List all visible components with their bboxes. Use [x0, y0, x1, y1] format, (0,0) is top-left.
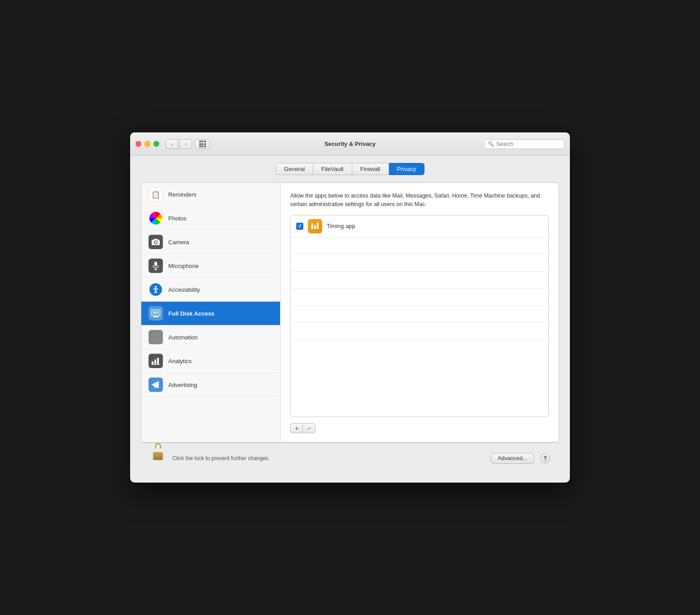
svg-rect-24 [152, 361, 153, 365]
svg-rect-3 [154, 239, 158, 240]
reminders-icon: 📋 [149, 187, 163, 202]
advanced-button[interactable]: Advanced... [491, 453, 534, 464]
search-icon: 🔍 [488, 141, 494, 147]
tab-firewall[interactable]: Firewall [352, 163, 389, 175]
search-input[interactable] [496, 141, 560, 147]
photos-color-wheel [149, 212, 162, 224]
empty-row [291, 272, 548, 289]
sidebar-item-label: Full Disk Access [168, 310, 214, 317]
svg-rect-14 [153, 316, 158, 317]
empty-row [291, 306, 548, 323]
lock-status-text: Click the lock to prevent further change… [172, 455, 485, 461]
svg-point-2 [155, 242, 157, 244]
app-name-timing: Timing.app [327, 223, 355, 229]
forward-button[interactable]: › [179, 139, 192, 149]
sidebar-item-reminders[interactable]: 📋 Reminders [141, 183, 280, 206]
sidebar-item-label: Accessibility [168, 286, 200, 293]
sidebar-item-microphone[interactable]: Microphone [141, 254, 280, 278]
tab-privacy[interactable]: Privacy [389, 163, 425, 175]
app-grid-button[interactable] [195, 139, 210, 149]
close-button[interactable] [136, 141, 141, 147]
back-button[interactable]: ‹ [166, 139, 178, 149]
list-item: ✓ Timing.app [291, 215, 548, 237]
minimize-button[interactable] [144, 141, 150, 147]
bottom-bar: Click the lock to prevent further change… [141, 443, 559, 474]
tabs: General FileVault Firewall Privacy [141, 163, 559, 175]
remove-app-button[interactable]: − [303, 423, 315, 433]
sidebar-item-automation[interactable]: Automation [141, 325, 280, 349]
svg-line-21 [158, 339, 159, 341]
sidebar-item-analytics[interactable]: Analytics [141, 349, 280, 373]
sidebar-item-label: Analytics [168, 358, 192, 365]
app-checkbox-timing[interactable]: ✓ [296, 223, 303, 230]
sidebar-item-label: Photos [168, 215, 186, 222]
window-title: Security & Privacy [324, 141, 376, 147]
empty-row [291, 323, 548, 340]
search-box[interactable]: 🔍 [484, 139, 564, 149]
content-area: General FileVault Firewall Privacy 📋 Rem… [130, 156, 570, 483]
advertising-icon [149, 378, 163, 392]
timing-app-icon [308, 219, 322, 233]
empty-row [291, 255, 548, 272]
nav-buttons: ‹ › [166, 139, 192, 149]
empty-row [291, 237, 548, 255]
sidebar: 📋 Reminders Photos [141, 183, 280, 442]
photos-icon [149, 211, 163, 225]
sidebar-item-advertising[interactable]: Advertising [141, 373, 280, 397]
empty-row [291, 289, 548, 306]
add-app-button[interactable]: + [290, 423, 303, 433]
fulldisk-icon [149, 306, 163, 321]
titlebar: ‹ › Security & Privacy 🔍 [130, 132, 570, 156]
traffic-lights [136, 141, 159, 147]
svg-point-15 [154, 336, 157, 338]
svg-point-7 [155, 286, 157, 288]
checkmark-icon: ✓ [298, 223, 302, 229]
svg-line-23 [153, 339, 154, 341]
sidebar-item-fulldisk[interactable]: Full Disk Access [141, 302, 280, 325]
lock-body-icon [153, 452, 163, 460]
lock-shackle-icon [155, 443, 161, 448]
help-button[interactable]: ? [540, 453, 550, 463]
sidebar-item-label: Advertising [168, 382, 197, 388]
svg-rect-29 [311, 224, 313, 229]
tab-filevault[interactable]: FileVault [313, 163, 352, 175]
empty-row [291, 340, 548, 357]
analytics-icon [149, 354, 163, 368]
maximize-button[interactable] [153, 141, 159, 147]
main-panel: 📋 Reminders Photos [141, 182, 559, 443]
list-controls: + − [290, 423, 549, 433]
tab-general[interactable]: General [276, 163, 313, 175]
svg-line-11 [156, 291, 157, 293]
sidebar-item-photos[interactable]: Photos [141, 206, 280, 230]
camera-icon [149, 235, 163, 249]
svg-rect-4 [154, 262, 157, 266]
svg-rect-30 [314, 225, 316, 229]
app-list: ✓ Timing.app [290, 215, 549, 417]
svg-rect-31 [317, 223, 319, 229]
svg-rect-26 [157, 358, 159, 365]
microphone-icon [149, 259, 163, 273]
description-text: Allow the apps below to access data like… [290, 192, 549, 209]
sidebar-item-label: Microphone [168, 263, 199, 269]
right-panel: Allow the apps below to access data like… [280, 183, 559, 442]
accessibility-icon [149, 282, 163, 297]
svg-rect-25 [154, 360, 156, 365]
svg-line-22 [158, 334, 159, 335]
svg-rect-28 [154, 385, 156, 388]
main-window: ‹ › Security & Privacy 🔍 General FileVau… [130, 132, 570, 483]
grid-icon [199, 141, 206, 147]
svg-line-20 [153, 334, 154, 335]
sidebar-item-camera[interactable]: Camera [141, 230, 280, 254]
sidebar-item-accessibility[interactable]: Accessibility [141, 278, 280, 302]
automation-icon [149, 330, 163, 344]
sidebar-item-label: Camera [168, 239, 189, 246]
lock-button[interactable] [150, 448, 166, 468]
sidebar-item-label: Reminders [168, 191, 197, 198]
sidebar-item-label: Automation [168, 334, 198, 341]
